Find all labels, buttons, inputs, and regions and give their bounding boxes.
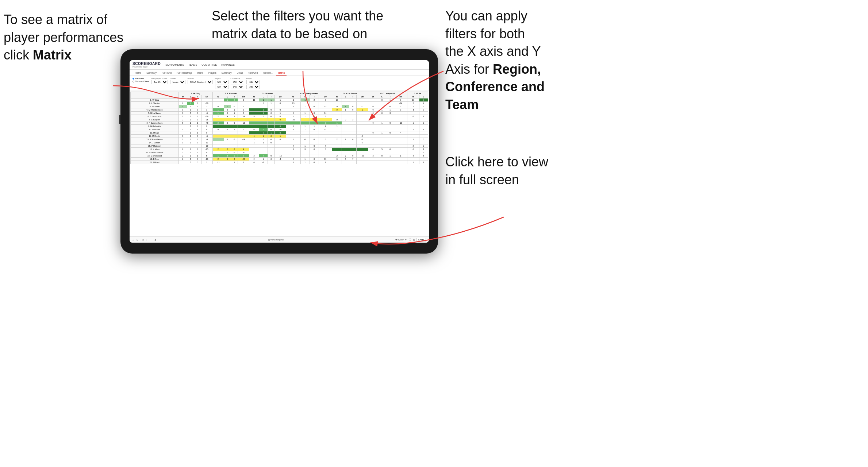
tab-h2h-grid[interactable]: H2H Grid: [160, 71, 173, 76]
division-select[interactable]: NCAA Division I: [188, 80, 213, 84]
settings-icon[interactable]: ⚙: [154, 239, 156, 241]
scoreboard-logo: SCOREBOARD Powered by clippd: [132, 62, 161, 68]
table-row: 5. M La Sasso 150-6 1010 101 01014 003: [131, 112, 428, 115]
region-filter: Region N/A N/A: [215, 77, 228, 89]
view-label: View: Original: [270, 239, 284, 241]
nav-bar: TOURNAMENTS TEAMS COMMITTEE RANKINGS: [164, 63, 235, 66]
table-row: 6. C Lamprecht 100-16 24124 3000 1106 01: [131, 115, 428, 118]
tab-detail[interactable]: Detail: [235, 71, 245, 76]
col-header-4: 4. M Thorbjornsen: [286, 92, 332, 95]
gender-select[interactable]: Men's: [170, 80, 185, 84]
max-players-select[interactable]: Top 25: [151, 80, 168, 84]
tab-h2h-grid2[interactable]: H2H Grid: [246, 71, 260, 76]
filters-row: Full View Compact View Max players in vi…: [130, 76, 429, 91]
zoom-out-icon[interactable]: −: [148, 239, 150, 241]
nav-tournaments[interactable]: TOURNAMENTS: [164, 63, 184, 66]
view-options: Full View Compact View: [132, 77, 149, 82]
tab-h2h-heatmap[interactable]: H2H Heatmap: [175, 71, 193, 76]
table-row: 11. M Ege 010 010 0104: [131, 131, 428, 135]
col-header-6: 6. C Lamprecht: [368, 92, 407, 95]
redo-icon[interactable]: ↪: [136, 239, 138, 241]
conference-select-2[interactable]: (All): [231, 85, 244, 89]
annotation-topleft: To see a matrix of player performances c…: [4, 11, 124, 64]
toolbar-left: ↩ ↪ | ⟳ | − + ⚙: [132, 239, 156, 241]
table-row: 16. K Vilips 210-25 2204 3308 050 01: [131, 148, 428, 151]
tab-bar: Teams Summary H2H Grid H2H Heatmap Matri…: [130, 70, 429, 76]
table-row: 10. B Valdes 1110 0010 01010 01011 11: [131, 128, 428, 131]
conference-select-1[interactable]: (All): [231, 80, 244, 84]
toolbar-right: 👁 Watch ▼ ⛶ ⊞ Share: [395, 238, 426, 242]
table-row: 19. D Ford 200-20 240-20 210-1 01013 007: [131, 158, 428, 161]
table-row: 15. P Maichon -19 410-7 22: [131, 144, 428, 148]
table-row: 9. N Gabrelcik 009 0 0111 1: [131, 125, 428, 128]
watch-btn[interactable]: 👁 Watch ▼: [395, 239, 407, 241]
table-row: 17. S De La Fuente 2000 110-8 2: [131, 151, 428, 154]
undo-icon[interactable]: ↩: [132, 239, 134, 241]
annotation-bottomright: Click here to view in full screen: [445, 153, 584, 189]
table-row: 20. M Ford 331 -1111 0-2 0107 11: [131, 161, 428, 164]
table-row: 14. J Lundin 11010 110 -7: [131, 141, 428, 144]
tab-summary[interactable]: Summary: [145, 71, 158, 76]
fullscreen-icon[interactable]: ⛶: [409, 239, 411, 241]
full-view-radio[interactable]: Full View: [132, 77, 149, 80]
logo-subtext: Powered by clippd: [132, 66, 161, 68]
max-players-label: Max players in view: [151, 77, 168, 80]
tablet-device: SCOREBOARD Powered by clippd TOURNAMENTS…: [120, 49, 438, 254]
grid-icon[interactable]: ⊞: [413, 239, 415, 241]
players-filter: Players (All) (All): [246, 77, 260, 89]
col-header-7: 7. G Sa: [407, 92, 428, 95]
separator2: |: [146, 239, 147, 241]
app-header: SCOREBOARD Powered by clippd TOURNAMENTS…: [130, 60, 429, 70]
region-select-1[interactable]: N/A: [215, 80, 228, 84]
matrix-table: 1. W Ding 2. L Clanton 3. J Koivun 4. M …: [130, 92, 428, 164]
view-icon: ⊞: [268, 239, 270, 241]
gender-label: Gender: [170, 77, 185, 80]
table-row: 12. M Riedel 110-6 1101 -6: [131, 135, 428, 138]
matrix-container: 1. W Ding 2. L Clanton 3. J Koivun 4. M …: [130, 91, 429, 236]
compact-view-radio[interactable]: Compact View: [132, 80, 149, 82]
table-row: 1. W Ding 120 11111 -2120 17 010 130: [131, 99, 428, 102]
tab-players[interactable]: Players: [207, 71, 218, 76]
share-button[interactable]: Share: [416, 238, 426, 242]
bottom-toolbar: ↩ ↪ | ⟳ | − + ⚙ ⊞ View: Original 👁 Watch…: [130, 236, 429, 243]
separator: |: [140, 239, 141, 241]
tab-teams[interactable]: Teams: [132, 71, 143, 76]
annotation-topmid: Select the filters you want the matrix d…: [212, 7, 387, 43]
col-header-player: [131, 92, 179, 99]
refresh-icon[interactable]: ⟳: [142, 239, 144, 241]
region-label: Region: [215, 77, 228, 80]
nav-committee[interactable]: COMMITTEE: [201, 63, 217, 66]
nav-teams[interactable]: TEAMS: [188, 63, 197, 66]
division-filter: Division NCAA Division I: [188, 77, 213, 84]
players-label: Players: [246, 77, 260, 80]
col-header-3: 3. J Koivun: [249, 92, 286, 95]
gender-filter: Gender Men's: [170, 77, 185, 84]
tab-matrix-active[interactable]: Matrix: [276, 71, 287, 76]
nav-rankings[interactable]: RANKINGS: [221, 63, 235, 66]
max-players-filter: Max players in view Top 25: [151, 77, 168, 84]
table-row: 13. J Skov Olesen 110-3 100-19 1000 1000…: [131, 138, 428, 141]
tablet-side-button: [119, 115, 120, 124]
division-label: Division: [188, 77, 213, 80]
col-header-1: 1. W Ding: [178, 92, 212, 95]
players-select-1[interactable]: (All): [246, 80, 260, 84]
conference-label: Conference: [231, 77, 244, 80]
table-row: 4. M Thorbjornsen 1001 1010 100 0101 011…: [131, 108, 428, 112]
zoom-in-icon[interactable]: +: [151, 239, 153, 241]
table-row: 7. G Sargent 200-16 0 -16 003: [131, 118, 428, 121]
players-select-2[interactable]: (All): [246, 85, 260, 89]
table-row: 8. P Summerhays 521-48 200-16 0 1 010-13…: [131, 121, 428, 125]
col-header-5: 5. M La Sasso: [332, 92, 368, 95]
tab-matrix[interactable]: Matrix: [195, 71, 205, 76]
table-row: 2. L Clanton 210-18 010 13 -24 22: [131, 102, 428, 105]
table-row: 3. J Koivun 1102 0102 01013 04011 0103 1…: [131, 105, 428, 108]
tab-h2ht[interactable]: H2H Ht...: [261, 71, 274, 76]
col-header-2: 2. L Clanton: [212, 92, 249, 95]
tablet-screen: SCOREBOARD Powered by clippd TOURNAMENTS…: [130, 60, 429, 243]
annotation-topright: You can apply filters for both the X axi…: [445, 7, 584, 114]
logo-text: SCOREBOARD: [132, 62, 161, 66]
conference-filter: Conference (All) (All): [231, 77, 244, 89]
view-original-btn[interactable]: ⊞ View: Original: [268, 239, 284, 241]
tab-summary2[interactable]: Summary: [220, 71, 234, 76]
region-select-2[interactable]: N/A: [215, 85, 228, 89]
